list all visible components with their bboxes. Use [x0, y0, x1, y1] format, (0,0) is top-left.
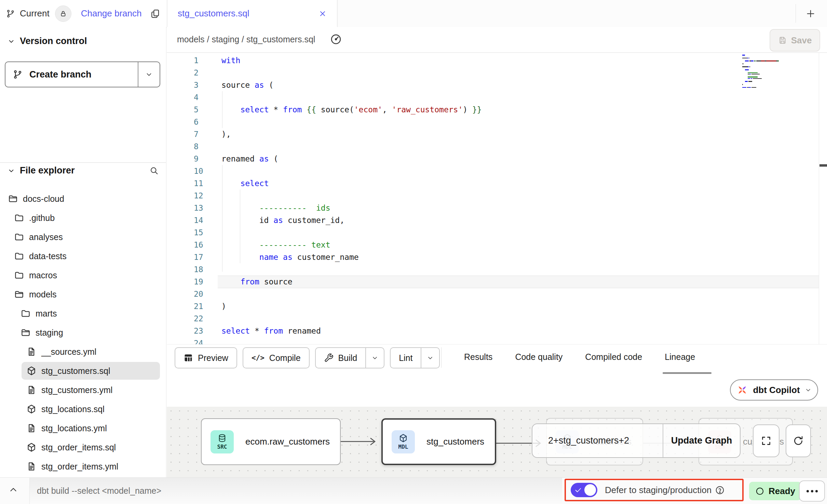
- line-number: 21: [194, 300, 203, 312]
- code-icon: </>: [252, 354, 265, 362]
- defer-toggle[interactable]: [571, 483, 597, 497]
- tree-folder-macros[interactable]: macros: [0, 266, 166, 285]
- active-tab-underline: [663, 372, 711, 374]
- tree-item-label: .github: [29, 213, 55, 223]
- compile-button[interactable]: </>Compile: [243, 347, 310, 368]
- tree-folder-.github[interactable]: .github: [0, 208, 166, 227]
- build-button[interactable]: Build: [315, 347, 385, 368]
- tree-file-stg_order_items.sql[interactable]: stg_order_items.sql: [0, 438, 166, 457]
- scrollbar-track[interactable]: [819, 53, 819, 344]
- bottom-panel: Preview</>CompileBuildLint ResultsCode q…: [167, 344, 827, 477]
- scrollbar-marker: [819, 164, 827, 167]
- create-branch-main[interactable]: Create branch: [5, 69, 138, 80]
- new-tab-button[interactable]: [801, 7, 820, 20]
- file-explorer-header[interactable]: File explorer: [8, 165, 159, 176]
- button-label: Lint: [399, 353, 412, 363]
- code-editor[interactable]: 123456789101112131415161718192021222324 …: [167, 53, 827, 344]
- save-button[interactable]: Save: [770, 29, 820, 52]
- create-branch-label: Create branch: [29, 69, 92, 80]
- status-bar: dbt build --select <model_name> Defer to…: [0, 477, 827, 504]
- line-number: 11: [194, 177, 203, 190]
- copy-icon[interactable]: [150, 9, 160, 19]
- folder-icon: [21, 308, 31, 319]
- lint-dropdown[interactable]: [421, 348, 439, 368]
- save-label: Save: [791, 35, 812, 46]
- tab-stg-customers-sql[interactable]: stg_customers.sql: [167, 0, 338, 27]
- tree-file-stg_customers.sql[interactable]: stg_customers.sql: [0, 361, 166, 380]
- tree-folder-staging[interactable]: staging: [0, 323, 166, 342]
- tab-results[interactable]: Results: [464, 352, 492, 362]
- collapse-panel-button[interactable]: [8, 485, 18, 495]
- check-icon: [574, 486, 582, 494]
- button-label: Preview: [198, 353, 228, 363]
- tree-file-stg_order_items.yml[interactable]: stg_order_items.yml: [0, 457, 166, 476]
- file-icon: [26, 385, 37, 395]
- line-number: 1: [194, 54, 203, 67]
- dbt-copilot-icon: [736, 384, 748, 396]
- search-icon[interactable]: [149, 166, 159, 176]
- dot: [815, 490, 818, 492]
- tree-item-label: docs-cloud: [23, 194, 64, 204]
- more-options-button[interactable]: [799, 480, 825, 502]
- code-lines: withsource as ( select * from {{ source(…: [221, 54, 482, 344]
- tab-compiled-code[interactable]: Compiled code: [585, 352, 642, 362]
- tree-file-__sources.yml[interactable]: __sources.yml: [0, 342, 166, 361]
- build-dropdown[interactable]: [366, 348, 384, 368]
- breadcrumb: models / staging / stg_customers.sql: [177, 34, 315, 44]
- line-number-gutter: 123456789101112131415161718192021222324: [194, 54, 203, 344]
- tree-file-stg_locations.sql[interactable]: stg_locations.sql: [0, 400, 166, 419]
- line-number: 20: [194, 288, 203, 300]
- version-control-header[interactable]: Version control: [8, 36, 87, 46]
- status-badge: Ready: [749, 482, 801, 500]
- chevron-down-icon: [145, 71, 153, 78]
- dbt-copilot-button[interactable]: dbt Copilot: [730, 379, 818, 401]
- tab-lineage[interactable]: Lineage: [665, 352, 695, 362]
- tree-folder-data-tests[interactable]: data-tests: [0, 247, 166, 266]
- lineage-node-ecom.raw_customers[interactable]: SRCecom.raw_customers: [201, 418, 341, 465]
- tree-folder-analyses[interactable]: analyses: [0, 227, 166, 247]
- tree-folder-docs-cloud[interactable]: docs-cloud: [0, 189, 166, 208]
- tree-folder-marts[interactable]: marts: [0, 304, 166, 323]
- tab-code-quality[interactable]: Code quality: [515, 352, 562, 362]
- editor-toolbar: Preview</>CompileBuildLint: [175, 347, 440, 369]
- tree-folder-models[interactable]: models: [0, 285, 166, 304]
- create-branch-dropdown[interactable]: [138, 71, 160, 78]
- update-graph-button[interactable]: Update Graph: [663, 435, 740, 446]
- minimap[interactable]: [742, 54, 794, 89]
- code-line: id as customer_id,: [221, 214, 482, 226]
- defer-label: Defer to staging/production: [605, 485, 711, 495]
- fullscreen-button[interactable]: [753, 424, 779, 457]
- file-explorer-title: File explorer: [20, 165, 75, 176]
- line-number: 7: [194, 128, 203, 140]
- tree-file-stg_customers.yml[interactable]: stg_customers.yml: [0, 380, 166, 400]
- change-branch-link[interactable]: Change branch: [81, 8, 142, 19]
- version-control-title: Version control: [20, 36, 87, 46]
- close-icon[interactable]: [318, 10, 327, 18]
- code-line: [221, 312, 482, 325]
- line-number: 9: [194, 153, 203, 165]
- help-icon[interactable]: [715, 485, 725, 495]
- refresh-button[interactable]: [786, 424, 811, 457]
- code-line: with: [221, 54, 482, 67]
- preview-button[interactable]: Preview: [175, 347, 237, 368]
- button-label: Compile: [269, 353, 301, 363]
- folder-open-icon: [14, 289, 24, 299]
- lint-button[interactable]: Lint: [390, 347, 440, 368]
- lineage-node-stg_customers[interactable]: MDLstg_customers: [381, 418, 496, 465]
- model-badge: MDL: [392, 430, 415, 453]
- plus-icon: [805, 9, 816, 19]
- lineage-canvas[interactable]: SRCecom.raw_customersMDLstg_customersMDL…: [167, 407, 827, 478]
- lineage-selector-input[interactable]: 2+stg_customers+2: [532, 435, 663, 446]
- command-input-placeholder[interactable]: dbt build --select <model_name>: [37, 486, 161, 496]
- code-line: ---------- ids: [221, 202, 482, 214]
- line-number: 2: [194, 67, 203, 79]
- code-line: name as customer_name: [221, 251, 482, 263]
- line-number: 18: [194, 263, 203, 276]
- code-line: [221, 67, 482, 79]
- tree-item-label: macros: [29, 270, 57, 280]
- tree-file-stg_locations.yml[interactable]: stg_locations.yml: [0, 419, 166, 438]
- create-branch-button[interactable]: Create branch: [5, 61, 160, 87]
- gauge-icon[interactable]: [330, 33, 342, 45]
- code-line: [221, 190, 482, 202]
- line-number: 5: [194, 103, 203, 116]
